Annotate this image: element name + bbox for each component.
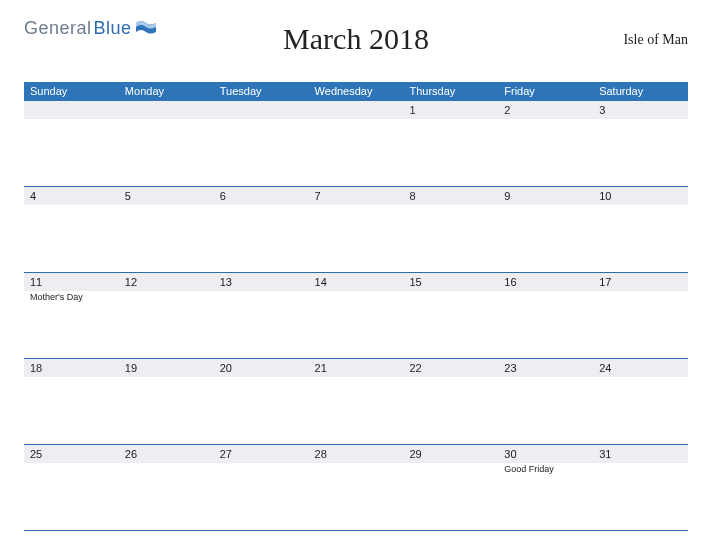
dow-saturday: Saturday (593, 82, 688, 101)
event-label (214, 464, 309, 475)
dow-sunday: Sunday (24, 82, 119, 101)
date-number: 2 (498, 101, 593, 119)
event-label (24, 120, 119, 131)
event-label: Mother's Day (24, 292, 119, 303)
date-number: 4 (24, 187, 119, 205)
event-band (24, 377, 688, 389)
date-number: 5 (119, 187, 214, 205)
event-label (309, 378, 404, 389)
logo-text-blue: Blue (94, 18, 132, 39)
event-label (498, 206, 593, 217)
calendar: Sunday Monday Tuesday Wednesday Thursday… (24, 82, 688, 531)
date-number: 12 (119, 273, 214, 291)
date-number: 16 (498, 273, 593, 291)
dow-tuesday: Tuesday (214, 82, 309, 101)
event-band (24, 205, 688, 217)
date-number: 19 (119, 359, 214, 377)
dow-friday: Friday (498, 82, 593, 101)
event-label (309, 206, 404, 217)
event-label (119, 292, 214, 303)
calendar-week: 11121314151617Mother's Day (24, 273, 688, 359)
event-label (309, 292, 404, 303)
event-label (119, 206, 214, 217)
date-number: 29 (403, 445, 498, 463)
date-band: 123 (24, 101, 688, 119)
calendar-week: 45678910 (24, 187, 688, 273)
page-title: March 2018 (283, 22, 429, 56)
date-number: 27 (214, 445, 309, 463)
date-number: 21 (309, 359, 404, 377)
event-label (593, 464, 688, 475)
event-label (214, 206, 309, 217)
event-label (593, 292, 688, 303)
date-number: 15 (403, 273, 498, 291)
date-number: 22 (403, 359, 498, 377)
date-number: 6 (214, 187, 309, 205)
event-label (403, 206, 498, 217)
event-label (214, 292, 309, 303)
calendar-week: 123 (24, 101, 688, 187)
event-label (498, 378, 593, 389)
date-number: 30 (498, 445, 593, 463)
event-label (119, 120, 214, 131)
event-label (593, 206, 688, 217)
date-number: 10 (593, 187, 688, 205)
event-band (24, 119, 688, 131)
event-label (24, 378, 119, 389)
event-label (119, 378, 214, 389)
date-number: 25 (24, 445, 119, 463)
event-band: Mother's Day (24, 291, 688, 303)
event-label (24, 464, 119, 475)
event-label (498, 120, 593, 131)
event-label (309, 464, 404, 475)
date-number: 31 (593, 445, 688, 463)
event-label (498, 292, 593, 303)
logo-text-general: General (24, 18, 92, 39)
date-number: 8 (403, 187, 498, 205)
date-number: 17 (593, 273, 688, 291)
date-number: 1 (403, 101, 498, 119)
event-label (24, 206, 119, 217)
date-number: 11 (24, 273, 119, 291)
event-label (403, 120, 498, 131)
calendar-week: 25262728293031Good Friday (24, 445, 688, 531)
event-label (403, 378, 498, 389)
dow-monday: Monday (119, 82, 214, 101)
region-label: Isle of Man (623, 32, 688, 48)
event-label (119, 464, 214, 475)
date-number: 23 (498, 359, 593, 377)
event-label (593, 120, 688, 131)
flag-icon (136, 20, 156, 40)
dow-wednesday: Wednesday (309, 82, 404, 101)
date-number: 24 (593, 359, 688, 377)
date-number: 9 (498, 187, 593, 205)
event-label (593, 378, 688, 389)
date-number: 28 (309, 445, 404, 463)
event-band: Good Friday (24, 463, 688, 475)
dow-thursday: Thursday (403, 82, 498, 101)
date-number: 13 (214, 273, 309, 291)
date-band: 25262728293031 (24, 445, 688, 463)
event-label (403, 292, 498, 303)
logo: General Blue (24, 18, 156, 40)
day-of-week-header: Sunday Monday Tuesday Wednesday Thursday… (24, 82, 688, 101)
event-label (403, 464, 498, 475)
date-number: 18 (24, 359, 119, 377)
date-number: 26 (119, 445, 214, 463)
header: General Blue March 2018 Isle of Man (24, 18, 688, 74)
event-label (214, 120, 309, 131)
date-band: 11121314151617 (24, 273, 688, 291)
event-label: Good Friday (498, 464, 593, 475)
date-number: 20 (214, 359, 309, 377)
event-label (214, 378, 309, 389)
event-label (309, 120, 404, 131)
date-number: 7 (309, 187, 404, 205)
date-band: 45678910 (24, 187, 688, 205)
calendar-week: 18192021222324 (24, 359, 688, 445)
date-band: 18192021222324 (24, 359, 688, 377)
date-number: 3 (593, 101, 688, 119)
date-number: 14 (309, 273, 404, 291)
